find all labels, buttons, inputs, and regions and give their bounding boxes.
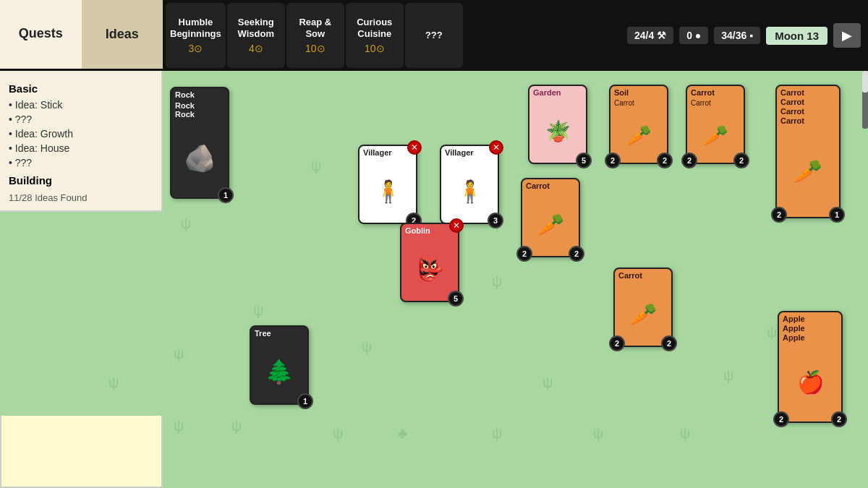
carrot4-badge-right: 2 (661, 335, 677, 351)
card-garden[interactable]: Garden 🪴 5 (528, 85, 587, 164)
quest-panel: Basic • Idea: Stick • ??? • Idea: Growth… (0, 71, 163, 212)
top-card-reap[interactable]: Reap &Sow 10⊙ (286, 3, 344, 68)
carrot-stack-badge-right: 1 (829, 207, 845, 223)
top-card-humble[interactable]: HumbleBeginnings 3⊙ (166, 3, 226, 68)
apple-stack-art: 🍎 (779, 343, 841, 421)
garden-art: 🪴 (529, 99, 586, 163)
quest-item-unknown2: • ??? (9, 155, 153, 170)
garden-badge: 5 (576, 153, 592, 168)
card-apple-stack[interactable]: Apple Apple Apple 🍎 2 2 (778, 311, 843, 423)
scrollbar-track[interactable] (862, 71, 868, 129)
top-card-unknown-title: ??? (425, 30, 443, 41)
grass-deco: ψ (492, 273, 502, 290)
rock-badge: 1 (218, 187, 234, 203)
villager1-close[interactable]: ✕ (407, 140, 422, 155)
grass-deco: ♣ (398, 425, 407, 442)
goblin-close[interactable]: ✕ (449, 218, 464, 233)
card-villager-2[interactable]: ✕ Villager 🧍 3 (440, 145, 499, 224)
rock-label-3: Rock (171, 110, 228, 119)
carrot3-label: Carrot (522, 179, 579, 192)
card-carrot-2[interactable]: Carrot Carrot 🥕 2 2 (686, 85, 745, 164)
carrot3-badge-right: 2 (569, 246, 584, 262)
carrot-stack-label3: Carrot (777, 107, 839, 116)
card-rock-stack[interactable]: Rock Rock Rock 🪨 1 (170, 87, 229, 199)
card-villager-1[interactable]: ✕ Villager 🧍 2 (358, 145, 417, 224)
grass-deco: ψ (231, 418, 242, 435)
rock-label-2: Rock (171, 101, 228, 110)
apple-stack-label2: Apple (779, 324, 841, 333)
top-card-reap-cost: 10⊙ (305, 43, 326, 54)
quest-section-building: Building (9, 174, 153, 187)
top-card-humble-cost: 3⊙ (188, 43, 203, 54)
top-bar: Quests Ideas HumbleBeginnings 3⊙ Seeking… (0, 0, 868, 71)
grass-deco: ψ (311, 158, 321, 174)
apple-stack-label3: Apple (779, 333, 841, 343)
tree-art: 🌲 (251, 340, 307, 403)
tab-quests[interactable]: Quests (0, 0, 82, 69)
grass-deco: ψ (767, 324, 777, 341)
garden-label: Garden (529, 86, 586, 99)
villager2-art: 🧍 (441, 159, 498, 223)
card-goblin[interactable]: ✕ Goblin 👺 5 (400, 223, 459, 302)
quest-item-unknown1: • ??? (9, 112, 153, 127)
hud-coins: 0 ● (679, 27, 708, 44)
tree-badge: 1 (297, 393, 313, 409)
quest-section-basic: Basic (9, 82, 153, 95)
carrot-stack-label4: Carrot (777, 116, 839, 126)
grass-deco: ψ (174, 346, 184, 362)
top-card-unknown[interactable]: ??? (405, 3, 463, 68)
apple-badge-right: 2 (831, 411, 847, 427)
card-carrot-3[interactable]: Carrot 🥕 2 2 (521, 178, 580, 257)
card-carrot-stack-right[interactable]: Carrot Carrot Carrot Carrot 🥕 2 1 (775, 85, 841, 218)
carrot2-badge-left: 2 (681, 153, 697, 168)
top-card-seeking-cost: 4⊙ (249, 43, 263, 54)
carrot2-sub: Carrot (687, 99, 744, 108)
top-card-seeking[interactable]: SeekingWisdom 4⊙ (227, 3, 285, 68)
grass-deco: ψ (109, 374, 119, 391)
scrollbar-thumb[interactable] (862, 71, 868, 93)
apple-stack-label1: Apple (779, 312, 841, 324)
notepad (0, 416, 163, 488)
villager2-badge: 3 (488, 213, 503, 228)
carrot-stack-label1: Carrot (777, 86, 839, 98)
moon-display: Moon 13 (766, 27, 827, 45)
quest-item-stick: • Idea: Stick (9, 98, 153, 112)
quest-item-growth: • Idea: Growth (9, 127, 153, 141)
card-soil-carrot[interactable]: Soil Carrot 🥕 2 2 (609, 85, 668, 164)
carrot4-art: 🥕 (615, 282, 671, 346)
tree-label: Tree (251, 327, 307, 340)
rock-label-1: Rock (171, 88, 228, 101)
card-tree[interactable]: Tree 🌲 1 (250, 325, 309, 405)
card-carrot-4[interactable]: Carrot 🥕 2 2 (613, 267, 673, 347)
carrot-stack-label2: Carrot (777, 98, 839, 107)
carrot-stack-badge-left: 2 (771, 207, 787, 223)
quest-tab-area: Quests Ideas (0, 0, 163, 71)
ideas-found: 11/28 Ideas Found (9, 192, 153, 203)
top-card-humble-title: HumbleBeginnings (170, 17, 221, 39)
apple-badge-left: 2 (773, 411, 789, 427)
grass-deco: ψ (542, 374, 553, 391)
soil-carrot-sub: Carrot (610, 99, 667, 108)
top-card-curious[interactable]: CuriousCuisine 10⊙ (346, 3, 404, 68)
tab-ideas[interactable]: Ideas (82, 0, 163, 69)
grass-deco: ψ (680, 425, 690, 442)
hud-workers: 24/4 ⚒ (627, 27, 673, 44)
grass-deco: ψ (253, 302, 263, 319)
carrot2-label: Carrot (687, 86, 744, 99)
grass-deco: ψ (593, 425, 603, 442)
goblin-art: 👺 (401, 237, 458, 301)
next-button[interactable]: ▶ (833, 23, 861, 48)
grass-deco: ψ (333, 425, 343, 442)
villager2-close[interactable]: ✕ (489, 140, 503, 155)
quest-item-house: • Idea: House (9, 141, 153, 155)
carrot3-art: 🥕 (522, 192, 579, 256)
grass-deco: ψ (181, 215, 191, 232)
villager1-art: 🧍 (359, 159, 416, 223)
grass-deco: ψ (723, 367, 733, 384)
carrot4-badge-left: 2 (609, 335, 625, 351)
top-card-seeking-title: SeekingWisdom (238, 17, 274, 39)
goblin-badge: 5 (448, 291, 464, 307)
top-cards-area: HumbleBeginnings 3⊙ SeekingWisdom 4⊙ Rea… (163, 0, 620, 71)
carrot4-label: Carrot (615, 269, 671, 282)
carrot-stack-art: 🥕 (777, 126, 839, 217)
